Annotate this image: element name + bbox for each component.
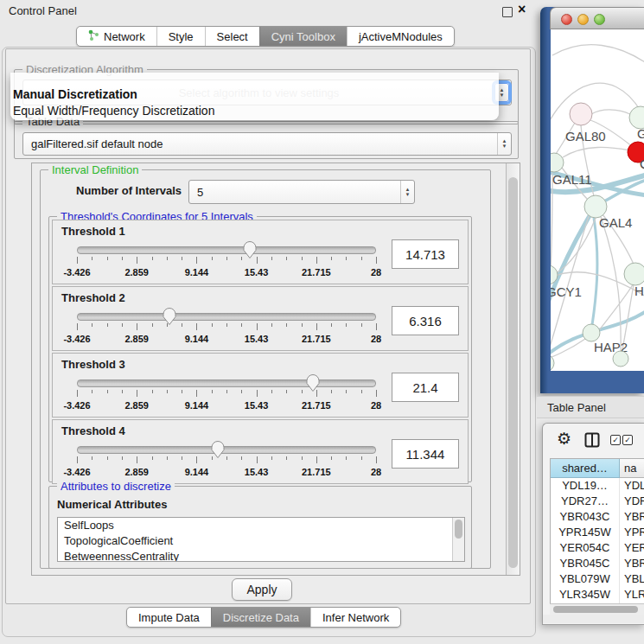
slider-thumb[interactable]: [243, 240, 257, 259]
numerical-attributes-list[interactable]: SelfLoopsTopologicalCoefficientBetweenne…: [57, 517, 465, 562]
tab-jactivemnodules[interactable]: jActiveMNodules: [347, 27, 454, 46]
tab-label: Impute Data: [138, 611, 200, 624]
slider-track[interactable]: [77, 379, 376, 387]
network-edge[interactable]: [552, 45, 644, 64]
tick-label: 9.144: [185, 267, 209, 277]
tab-style[interactable]: Style: [156, 27, 205, 46]
attribute-item[interactable]: BetweennessCentrality: [58, 549, 464, 562]
tab-network[interactable]: Network: [77, 27, 156, 46]
checkbox-icon[interactable]: ✓: [610, 435, 621, 445]
tab-label: Select: [217, 30, 248, 43]
tick-label: 9.144: [185, 334, 209, 344]
tick-label: 21.715: [302, 334, 331, 344]
network-edge[interactable]: [563, 147, 630, 157]
minimize-traffic-light-icon[interactable]: [577, 14, 589, 25]
table-row[interactable]: YBR045CYBR0: [551, 556, 644, 571]
tick-label: 15.43: [245, 467, 269, 477]
columns-icon[interactable]: [584, 432, 600, 451]
number-of-intervals-value: 5: [189, 186, 400, 199]
threshold-value-box[interactable]: 6.316: [392, 306, 459, 335]
threshold-slider[interactable]: -3.4262.8599.14415.4321.71528: [77, 444, 376, 479]
network-window-titlebar[interactable]: [550, 7, 644, 29]
tick-label: 21.715: [302, 400, 331, 411]
tick-label: -3.426: [63, 267, 90, 277]
scrollbar-thumb[interactable]: [455, 520, 462, 539]
close-icon[interactable]: ×: [518, 2, 526, 17]
slider-thumb[interactable]: [163, 307, 176, 326]
vertical-scrollbar[interactable]: [506, 163, 520, 575]
cell-shared-name: YBR045C: [551, 556, 620, 571]
control-panel-title: Control Panel: [9, 4, 77, 17]
slider-track[interactable]: [77, 446, 376, 454]
algorithm-option[interactable]: Equal Width/Frequency Discretization: [13, 104, 214, 118]
slider-track[interactable]: [77, 246, 376, 254]
attribute-item[interactable]: SelfLoops: [58, 518, 464, 533]
threshold-slider[interactable]: -3.4262.8599.14415.4321.71528: [77, 245, 376, 279]
threshold-label: Threshold 1: [61, 225, 125, 238]
node-label: GA: [637, 126, 644, 141]
threshold-label: Threshold 3: [61, 358, 125, 371]
tab-discretize-data[interactable]: Discretize Data: [211, 608, 310, 627]
tab-impute-data[interactable]: Impute Data: [127, 608, 211, 627]
node-table: shared… na YDL19…YDL1YDR27…YDR2YBR043CYB…: [550, 458, 644, 604]
cell-name: YBL0: [620, 571, 644, 587]
list-scrollbar[interactable]: [452, 518, 464, 561]
threshold-slider[interactable]: -3.4262.8599.14415.4321.71528: [77, 311, 376, 346]
table-row[interactable]: YBR043CYBR0: [551, 509, 644, 525]
number-of-intervals-combobox[interactable]: 5 ▲▼: [188, 180, 415, 204]
cell-shared-name: YBR043C: [551, 509, 620, 525]
table-row[interactable]: YDR27…YDR2: [551, 494, 644, 509]
network-edge[interactable]: [591, 110, 633, 116]
cell-shared-name: YBL079W: [551, 571, 620, 587]
scrollbar-thumb[interactable]: [508, 177, 518, 568]
number-of-intervals-label: Number of Intervals: [76, 184, 182, 197]
apply-button[interactable]: Apply: [232, 578, 292, 601]
network-node[interactable]: [551, 153, 564, 172]
network-edge[interactable]: [592, 218, 597, 325]
tick-label: 2.859: [124, 334, 149, 344]
scrollbar-thumb[interactable]: [553, 606, 638, 613]
numerical-attributes-label: Numerical Attributes: [57, 498, 167, 511]
horizontal-scrollbar[interactable]: [550, 603, 644, 615]
table-row[interactable]: YPR145WYPR1: [551, 525, 644, 540]
tab-select[interactable]: Select: [205, 27, 259, 46]
slider-track[interactable]: [77, 313, 376, 321]
threshold-value-box[interactable]: 11.344: [392, 439, 459, 469]
gear-icon[interactable]: ⚙: [557, 430, 571, 447]
threshold-slider[interactable]: -3.4262.8599.14415.4321.71528: [77, 378, 376, 412]
network-node[interactable]: [570, 103, 592, 125]
network-node[interactable]: [583, 324, 600, 341]
slider-thumb[interactable]: [211, 440, 225, 459]
table-panel-footer: [543, 615, 644, 623]
threshold-value-box[interactable]: 21.4: [392, 373, 459, 402]
tab-label: Network: [104, 30, 145, 43]
tick-label: 2.859: [124, 267, 149, 277]
threshold-value-box[interactable]: 14.713: [392, 239, 459, 269]
network-canvas[interactable]: GAL80GACGAL11GAL4GCY1HHAP2: [551, 29, 644, 371]
table-row[interactable]: YBL079WYBL0: [551, 571, 644, 587]
threshold-row: Threshold 2-3.4262.8599.14415.4321.71528…: [52, 286, 469, 351]
checkbox-icon[interactable]: ✓: [622, 435, 633, 445]
column-header-name[interactable]: na: [620, 459, 644, 478]
network-node[interactable]: [624, 263, 644, 285]
table-data-combobox[interactable]: galFiltered.sif default node ▲▼: [22, 132, 512, 156]
column-header-shared-name[interactable]: shared…: [551, 459, 620, 478]
slider-thumb[interactable]: [306, 373, 320, 392]
float-window-icon[interactable]: [502, 7, 513, 17]
cell-name: YDR2: [620, 494, 644, 509]
tick-label: 28: [371, 334, 381, 344]
network-node[interactable]: [613, 351, 628, 367]
network-edge[interactable]: [601, 217, 621, 355]
zoom-traffic-light-icon[interactable]: [594, 14, 605, 25]
algorithm-option[interactable]: Manual Discretization: [13, 87, 137, 101]
table-row[interactable]: YDL19…YDL1: [551, 478, 644, 494]
algorithm-dropdown-popup: Manual DiscretizationEqual Width/Frequen…: [10, 73, 499, 120]
close-traffic-light-icon[interactable]: [561, 14, 572, 25]
attribute-item[interactable]: TopologicalCoefficient: [58, 533, 464, 549]
tab-cyni-toolbox[interactable]: Cyni Toolbox: [259, 27, 347, 46]
table-row[interactable]: YLR345WYLR3: [551, 587, 644, 603]
node-label: H: [634, 284, 644, 298]
table-row[interactable]: YER054CYER0: [551, 540, 644, 556]
tab-infer-network[interactable]: Infer Network: [310, 608, 400, 627]
network-edge[interactable]: [551, 173, 552, 270]
